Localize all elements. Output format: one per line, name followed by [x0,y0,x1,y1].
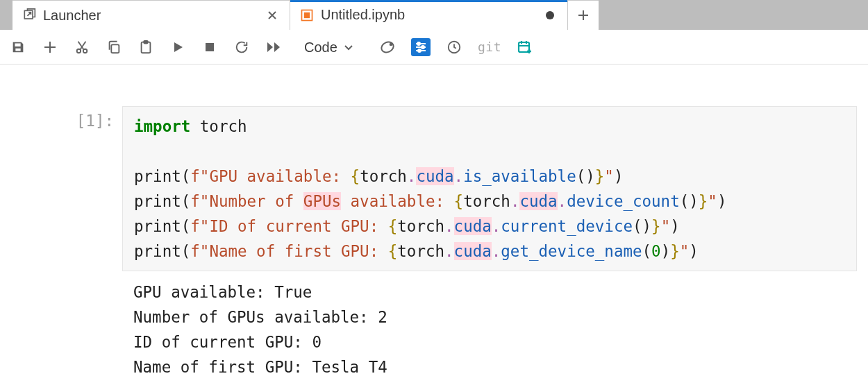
unsaved-indicator-icon[interactable] [542,8,558,23]
svg-rect-9 [206,43,214,51]
new-tab-button[interactable] [568,0,599,30]
run-icon[interactable] [169,37,186,58]
run-all-icon[interactable] [265,37,282,58]
close-icon[interactable] [265,8,280,23]
paste-icon[interactable] [137,37,154,58]
scheduler-icon[interactable] [517,37,533,58]
cell-type-dropdown[interactable]: Code [301,38,357,56]
svg-point-13 [422,46,424,49]
tab-untitled-ipynb[interactable]: Untitled.ipynb [290,0,568,30]
svg-rect-2 [304,12,310,17]
cut-icon[interactable] [74,37,90,58]
copy-icon[interactable] [106,37,122,58]
input-prompt: [1]: [0,106,122,130]
svg-rect-8 [144,40,148,43]
stop-icon[interactable] [201,37,218,58]
add-cell-icon[interactable] [42,37,58,58]
notebook-area: [1]: import torch print(f"GPU available:… [0,65,868,376]
svg-point-10 [380,40,395,53]
save-icon[interactable] [10,37,26,58]
code-editor[interactable]: import torch print(f"GPU available: {tor… [122,106,857,271]
cell-output: GPU available: True Number of GPUs avail… [122,271,868,376]
code-cell[interactable]: [1]: import torch print(f"GPU available:… [0,106,868,271]
tab-bar: Launcher Untitled.ipynb [0,0,868,30]
svg-point-3 [546,11,554,19]
restart-icon[interactable] [233,37,250,58]
svg-point-14 [418,49,421,52]
svg-point-11 [390,42,393,46]
clock-icon[interactable] [446,37,462,58]
notebook-icon [300,8,314,22]
svg-rect-6 [111,44,119,53]
launcher-icon [22,8,36,22]
render-icon[interactable] [379,37,396,58]
svg-point-12 [417,42,420,45]
property-inspector-icon[interactable] [411,38,431,56]
git-button[interactable]: git [478,37,501,58]
notebook-toolbar: Code git [0,30,868,65]
cell-type-select[interactable]: Code [301,38,357,56]
tab-label: Launcher [43,8,101,24]
tab-launcher[interactable]: Launcher [12,0,290,30]
tab-label: Untitled.ipynb [321,7,405,23]
